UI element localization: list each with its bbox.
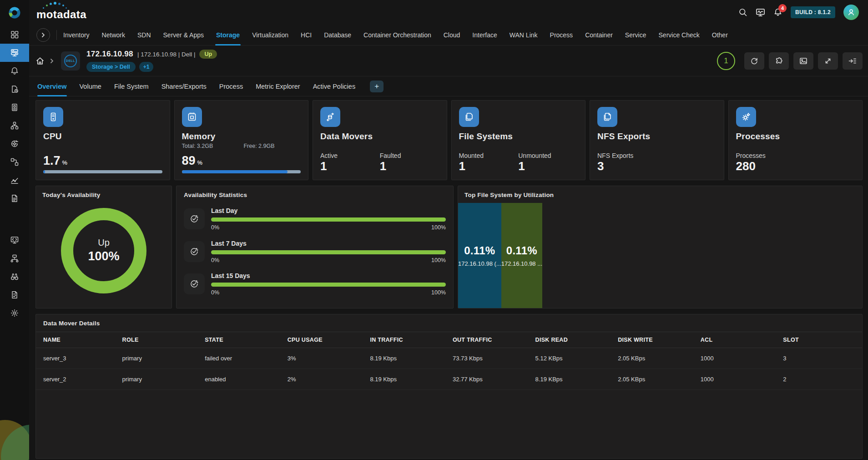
nav-item-other[interactable]: Other [712,25,728,45]
col-disk-read[interactable]: DISK READ [532,332,615,348]
refresh-button[interactable] [744,52,764,70]
availability-row-last-day: Last Day 0% 100% [184,207,446,231]
memory-value: 89 [182,155,196,167]
nav-item-database[interactable]: Database [324,25,351,45]
cell-out-traffic: 32.77 Kbps [449,369,532,390]
data-mover-table: NAME ROLE STATE CPU USAGE IN TRAFFIC OUT… [36,332,862,390]
sidebar-item-discovery[interactable] [0,268,29,286]
chevron-right-icon [40,32,46,38]
tab-volume[interactable]: Volume [80,76,101,96]
nav-item-container-orchestration[interactable]: Container Orchestration [363,25,431,45]
sidebar-item-monitoring[interactable] [0,44,29,62]
nav-expand-button[interactable] [36,28,50,42]
plugin-button[interactable] [769,52,789,70]
tab-overview[interactable]: Overview [37,76,67,96]
col-in-traffic[interactable]: IN TRAFFIC [366,332,449,348]
table-row[interactable]: server_3 primary failed over 3% 8.19 Kbp… [36,348,862,369]
nav-item-sdn[interactable]: SDN [137,25,151,45]
sidebar-item-scheduler[interactable] [0,80,29,98]
memory-card: Memory Total: 3.2GB Free: 2.9GB 89 % [174,100,309,180]
nav-item-service[interactable]: Service [625,25,646,45]
document-icon [10,194,19,203]
sidebar-item-audit[interactable] [0,286,29,304]
cpu-unit: % [62,159,68,166]
device-info: 172.16.10.98 | 172.16.10.98 | Dell | Up … [86,50,217,72]
cell-disk-read: 5.12 KBps [532,348,615,369]
network-server-icon [10,254,19,263]
col-slot[interactable]: SLOT [779,332,862,348]
sidebar-item-workflow[interactable] [0,153,29,171]
bell-icon [10,66,19,76]
sidebar-item-logs[interactable] [0,189,29,207]
monitor-status-button[interactable] [756,8,765,17]
nav-item-inventory[interactable]: Inventory [63,25,90,45]
col-role[interactable]: ROLE [119,332,202,348]
home-button[interactable] [35,56,45,66]
nav-item-container[interactable]: Container [585,25,613,45]
expand-button[interactable] [818,52,838,70]
nav-item-hci[interactable]: HCI [301,25,312,45]
table-row[interactable]: server_2 primary enabled 2% 8.19 Kbps 32… [36,369,862,390]
treemap-tile-1[interactable]: 0.11% 172.16.10.98 (... [458,203,501,308]
nav-item-wan-link[interactable]: WAN Link [510,25,538,45]
sidebar-item-alerts[interactable] [0,62,29,80]
add-tab-button[interactable]: + [370,81,384,92]
col-name[interactable]: NAME [36,332,119,348]
collapse-panel-button[interactable] [843,52,863,70]
device-category-badge[interactable]: Storage > Dell [86,62,136,72]
nav-item-service-check[interactable]: Service Check [659,25,700,45]
user-avatar[interactable] [843,5,859,20]
col-cpu-usage[interactable]: CPU USAGE [284,332,367,348]
cell-role: primary [119,348,202,369]
col-out-traffic[interactable]: OUT TRAFFIC [449,332,532,348]
memory-free: Free: 2.9GB [243,143,274,149]
sidebar-item-topology[interactable] [0,116,29,135]
last-day-label: Last Day [211,207,446,214]
tab-shares-exports[interactable]: Shares/Exports [161,76,207,96]
data-movers-card-title: Data Movers [320,131,439,142]
search-button[interactable] [738,8,747,17]
motadata-logo-icon[interactable] [0,0,29,25]
cpu-icon [48,111,59,122]
sidebar-item-reports[interactable] [0,98,29,116]
nav-item-process[interactable]: Process [550,25,573,45]
cell-name: server_3 [36,348,119,369]
device-more-tags-badge[interactable]: +1 [139,62,154,72]
sidebar-item-metrics[interactable] [0,171,29,189]
nav-item-interface[interactable]: Interface [472,25,497,45]
sidebar-item-network-devices[interactable] [0,249,29,268]
automation-gear-sync-icon [10,139,19,148]
treemap-chart: 0.11% 172.16.10.98 (... 0.11% 172.16.10.… [458,203,862,308]
col-acl[interactable]: ACL [697,332,780,348]
notifications-button[interactable]: 4 [773,8,782,17]
col-disk-write[interactable]: DISK WRITE [614,332,697,348]
cell-in-traffic: 8.19 Kbps [366,369,449,390]
sidebar-item-agents[interactable] [0,231,29,249]
nav-item-cloud[interactable]: Cloud [444,25,460,45]
sidebar-item-dashboard[interactable] [0,25,29,44]
breadcrumb-chevron-icon [49,58,55,64]
screenshot-button[interactable] [793,52,813,70]
nav-item-virtualization[interactable]: Virtualization [252,25,288,45]
sidebar-item-settings[interactable] [0,304,29,322]
policy-count-button[interactable]: 1 [717,52,735,70]
tab-file-system[interactable]: File System [114,76,149,96]
nav-item-server-apps[interactable]: Server & Apps [163,25,204,45]
breadcrumb: DELL 172.16.10.98 | 172.16.10.98 | Dell … [35,50,217,72]
cell-slot: 3 [779,348,862,369]
treemap-tile-2[interactable]: 0.11% 172.16.10.98 ... [501,203,542,308]
top-bar: motadata [29,0,868,25]
nav-item-storage[interactable]: Storage [216,25,240,45]
tab-process[interactable]: Process [219,76,243,96]
processes-card-title: Processes [736,131,855,142]
file-systems-card: File Systems Mounted 1 Unmounted 1 [451,100,586,180]
file-systems-unmounted-label: Unmounted [518,152,578,159]
main-column: motadata [29,0,868,460]
device-meta: | 172.16.10.98 | Dell | [137,51,196,58]
tab-active-policies[interactable]: Active Policies [313,76,355,96]
sidebar-item-automation[interactable] [0,135,29,153]
col-state[interactable]: STATE [201,332,284,348]
last-7-days-label: Last 7 Days [211,240,446,247]
tab-metric-explorer[interactable]: Metric Explorer [256,76,300,96]
nav-item-network[interactable]: Network [102,25,125,45]
